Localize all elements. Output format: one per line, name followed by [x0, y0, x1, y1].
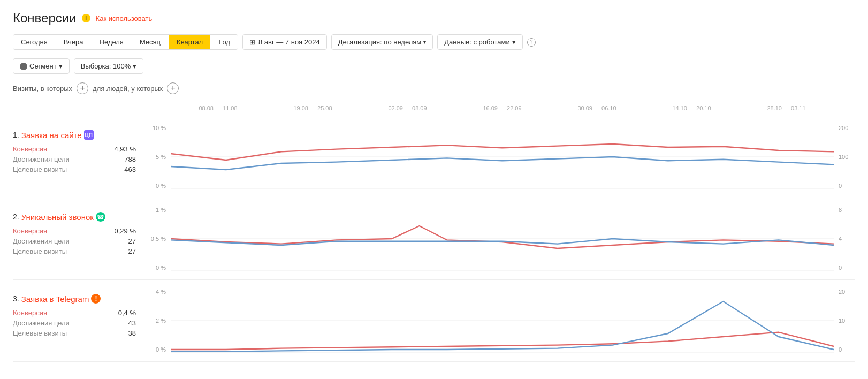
chart-line-blue-1: [171, 157, 834, 170]
stat-label-visits-2: Целевые визиты: [13, 247, 67, 255]
stat-row-visits-2: Целевые визиты 27: [13, 247, 136, 255]
metric-title-3[interactable]: Заявка в Telegram: [21, 294, 89, 304]
stat-row-conversion-2: Конверсия 0,29 %: [13, 227, 136, 235]
stat-row-goals-3: Достижения цели 43: [13, 319, 136, 327]
metric-stats-1: Конверсия 4,93 % Достижения цели 788 Цел…: [13, 145, 136, 173]
stat-label-visits-1: Целевые визиты: [13, 165, 67, 173]
stat-value-conversion-3: 0,4 %: [118, 309, 136, 317]
stat-label-visits-3: Целевые визиты: [13, 329, 67, 337]
x-date-5: 30.09 — 06.10: [577, 105, 616, 111]
chart-svg-3: [171, 289, 834, 353]
x-date-4: 16.09 — 22.09: [483, 105, 521, 111]
stat-value-conversion-2: 0,29 %: [115, 227, 136, 235]
y-axis-left-3: 4 % 2 % 0 %: [147, 289, 168, 353]
x-date-3: 02.09 — 08.09: [388, 105, 427, 111]
add-people-filter-button[interactable]: +: [167, 82, 179, 94]
metric-number-2: 2.: [13, 213, 19, 221]
y-right-mid-2: 4: [839, 236, 842, 242]
calendar-icon: ⊞: [249, 38, 255, 46]
page-container: Конверсии i Как использовать Сегодня Вче…: [0, 0, 868, 373]
how-to-use-link[interactable]: Как использовать: [96, 14, 153, 22]
y-right-mid-1: 100: [839, 154, 848, 160]
filter-row: Визиты, в которых + для людей, у которых…: [13, 82, 855, 94]
metrics-spacer: [13, 105, 147, 116]
info-icon: i: [82, 14, 90, 22]
chart-area-2: 1 % 0,5 % 0 % 8 4 0: [147, 207, 855, 271]
y-left-bot-3: 0 %: [156, 346, 166, 353]
add-visits-filter-button[interactable]: +: [77, 82, 88, 94]
chart-line-blue-3: [171, 301, 834, 352]
tab-year[interactable]: Год: [211, 35, 238, 49]
people-label: для людей, у которых: [93, 85, 163, 93]
y-axis-right-1: 200 100 0: [836, 125, 855, 189]
chart-svg-container-3: [171, 289, 834, 353]
metric-stats-3: Конверсия 0,4 % Достижения цели 43 Целев…: [13, 309, 136, 337]
stat-value-conversion-1: 4,93 %: [115, 145, 136, 153]
segment-button[interactable]: Сегмент ▾: [13, 58, 70, 74]
x-date-6: 14.10 — 20.10: [672, 105, 711, 111]
stat-value-goals-3: 43: [128, 319, 136, 327]
metric-badge-3: !: [91, 294, 101, 304]
y-axis-left-2: 1 % 0,5 % 0 %: [147, 207, 168, 271]
y-axis-right-2: 8 4 0: [836, 207, 855, 271]
stat-value-goals-2: 27: [128, 237, 136, 245]
y-axis-right-3: 20 10 0: [836, 289, 855, 353]
stat-label-conversion-1: Конверсия: [13, 145, 47, 153]
metric-panel-1: 1. Заявка на сайте ЦП Конверсия 4,93 % Д…: [13, 125, 147, 189]
chevron-down-icon-data: ▾: [512, 38, 516, 46]
metric-section-1: 1. Заявка на сайте ЦП Конверсия 4,93 % Д…: [13, 116, 855, 198]
stat-value-visits-1: 463: [124, 165, 136, 173]
y-right-bot-1: 0: [839, 183, 842, 189]
metric-panel-3: 3. Заявка в Telegram ! Конверсия 0,4 % Д…: [13, 289, 147, 353]
tab-month[interactable]: Месяц: [132, 35, 168, 49]
chart-area-3: 4 % 2 % 0 % 20 10 0: [147, 289, 855, 353]
metric-title-2[interactable]: Уникальный звонок: [21, 213, 94, 222]
tab-today[interactable]: Сегодня: [13, 35, 55, 49]
stat-row-goals-1: Достижения цели 788: [13, 155, 136, 163]
x-date-1: 08.08 — 11.08: [199, 105, 237, 111]
period-tabs: Сегодня Вчера Неделя Месяц Квартал Год: [13, 34, 238, 50]
metric-title-1[interactable]: Заявка на сайте: [21, 131, 82, 140]
stat-label-conversion-3: Конверсия: [13, 309, 47, 317]
title-row: Конверсии i Как использовать: [13, 11, 855, 26]
tab-week[interactable]: Неделя: [92, 35, 131, 49]
info-tooltip-icon[interactable]: ?: [527, 38, 536, 47]
date-range-button[interactable]: ⊞ 8 авг — 7 ноя 2024: [242, 34, 327, 50]
chart-line-red-1: [171, 144, 834, 160]
segment-label: Сегмент: [29, 62, 57, 70]
y-left-mid-2: 0,5 %: [151, 236, 166, 242]
stat-label-goals-1: Достижения цели: [13, 155, 70, 163]
sample-label: Выборка: 100%: [81, 62, 131, 70]
visits-label: Визиты, в которых: [13, 85, 72, 93]
segment-row: Сегмент ▾ Выборка: 100% ▾: [13, 58, 855, 74]
metric-section-3: 3. Заявка в Telegram ! Конверсия 0,4 % Д…: [13, 280, 855, 362]
chart-line-red-3: [171, 332, 834, 350]
detail-button[interactable]: Детализация: по неделям ▾: [331, 34, 433, 50]
charts-layout: 08.08 — 11.08 19.08 — 25.08 02.09 — 08.0…: [13, 105, 855, 116]
tab-quarter[interactable]: Квартал: [169, 35, 210, 49]
metric-number-3: 3.: [13, 294, 19, 303]
tab-yesterday[interactable]: Вчера: [56, 35, 91, 49]
y-right-top-1: 200: [839, 125, 848, 131]
chevron-down-icon-sample: ▾: [133, 62, 136, 70]
data-button[interactable]: Данные: с роботами ▾: [437, 34, 522, 50]
x-axis-header: 08.08 — 11.08 19.08 — 25.08 02.09 — 08.0…: [147, 105, 855, 116]
page-title: Конверсии: [13, 11, 77, 26]
chart-area-1: 10 % 5 % 0 % 200 100 0: [147, 125, 855, 189]
y-right-bot-3: 0: [839, 346, 842, 353]
chevron-down-icon-segment: ▾: [59, 62, 63, 70]
metric-panel-2: 2. Уникальный звонок ☎ Конверсия 0,29 % …: [13, 207, 147, 271]
date-range-label: 8 авг — 7 ноя 2024: [258, 38, 320, 46]
y-right-bot-2: 0: [839, 264, 842, 271]
y-right-top-2: 8: [839, 207, 842, 213]
detail-label: Детализация: по неделям: [338, 38, 422, 46]
chart-svg-2: [171, 207, 834, 271]
sample-button[interactable]: Выборка: 100% ▾: [74, 58, 144, 74]
stat-label-goals-3: Достижения цели: [13, 319, 70, 327]
stat-label-conversion-2: Конверсия: [13, 227, 47, 235]
metric-stats-2: Конверсия 0,29 % Достижения цели 27 Целе…: [13, 227, 136, 255]
stat-row-visits-3: Целевые визиты 38: [13, 329, 136, 337]
stat-value-goals-1: 788: [124, 155, 136, 163]
x-date-2: 19.08 — 25.08: [293, 105, 332, 111]
segment-icon: [20, 63, 27, 70]
